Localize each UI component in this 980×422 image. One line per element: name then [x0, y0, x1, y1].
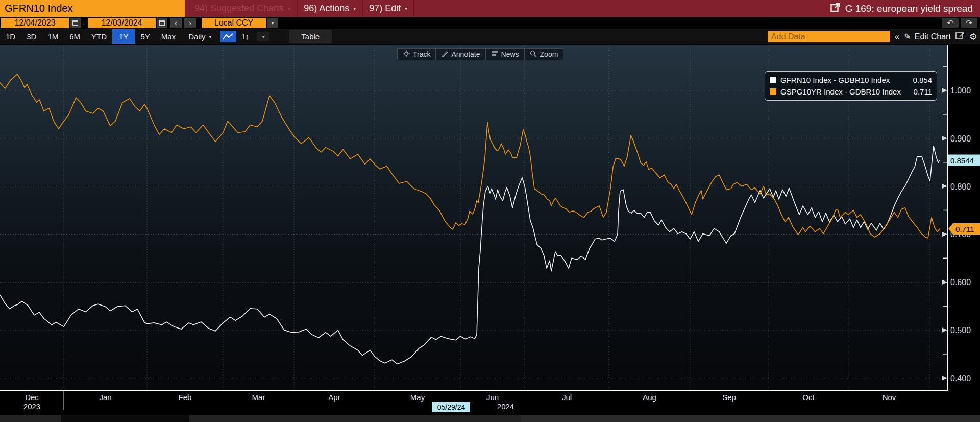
x-axis-month-label: Oct: [802, 393, 815, 402]
collapse-icon[interactable]: «: [895, 32, 899, 42]
x-axis-year-label: 2023: [23, 402, 40, 411]
period-label: Daily: [188, 29, 205, 44]
page-title: G 169: european yield spread: [845, 3, 973, 14]
bottom-strip-light-segment: [521, 415, 980, 422]
range-tab-3d[interactable]: 3D: [21, 29, 42, 44]
period-select[interactable]: Daily ▾: [188, 29, 211, 44]
legend-label: GFRN10 Index - GDBR10 Index: [780, 76, 890, 84]
legend-label: GSPG10YR Index - GDBR10 Index: [780, 87, 901, 96]
right-controls: « ✎ Edit Chart ⚙: [768, 31, 980, 42]
end-date-input[interactable]: 12/03/2024: [88, 18, 156, 28]
range-tab-5y[interactable]: 5Y: [135, 29, 155, 44]
zoom-icon: [530, 50, 537, 59]
range-tab-6m[interactable]: 6M: [64, 29, 86, 44]
y-axis-label: 0.500: [950, 326, 971, 335]
chart-tool-label: Track: [413, 50, 430, 58]
y-axis-label: 0.400: [950, 374, 971, 383]
legend-row: GFRN10 Index - GDBR10 Index0.854: [770, 74, 932, 86]
news-icon: [491, 50, 498, 58]
bottom-strip-dark-segment: [61, 415, 189, 422]
line-chart-type-button[interactable]: [220, 31, 236, 42]
bloomberg-terminal: GFRN10 Index 94) Suggested Charts▾96) Ac…: [0, 0, 980, 422]
redo-icon[interactable]: ↷: [961, 18, 977, 28]
chart-tool-label: Zoom: [540, 50, 558, 58]
start-date-calendar-icon[interactable]: [70, 18, 81, 28]
bottom-strip: [0, 415, 980, 422]
security-input[interactable]: GFRN10 Index: [0, 0, 185, 17]
x-axis-month-label: Sep: [722, 393, 736, 402]
table-button[interactable]: Table: [289, 30, 332, 43]
history-buttons: ↶ ↷: [942, 18, 977, 28]
title-bar: GFRN10 Index 94) Suggested Charts▾96) Ac…: [0, 0, 980, 17]
x-axis-month-label: May: [410, 393, 425, 402]
x-axis-month-label: Aug: [643, 393, 656, 402]
menu-item-label: 96) Actions: [304, 0, 349, 17]
chart-tool-label: Annotate: [451, 50, 480, 58]
panel-toggle-button[interactable]: 1↕: [241, 32, 250, 41]
chart-controls-bar: 1D3D1M6MYTD1Y5YMax Daily ▾ 1↕ ▾ Table « …: [0, 29, 980, 44]
legend-value: 0.711: [914, 87, 932, 96]
chart-float-toolbar: TrackAnnotateNewsZoom: [397, 48, 564, 60]
y-axis-label: 1.000: [950, 86, 971, 95]
x-axis-month-label: Apr: [328, 393, 340, 402]
pencil-icon: ✎: [904, 32, 911, 41]
menu-bar: 94) Suggested Charts▾96) Actions▾97) Edi…: [188, 0, 414, 17]
chevron-down-icon: ▾: [353, 0, 356, 17]
chevron-down-icon: ▾: [405, 0, 407, 17]
currency-select[interactable]: Local CCY: [202, 18, 266, 28]
period-caret-icon: ▾: [209, 29, 211, 44]
x-axis-month-label: Feb: [179, 393, 192, 402]
legend-value: 0.854: [913, 76, 932, 84]
range-tab-1m[interactable]: 1M: [42, 29, 64, 44]
chart-title-area[interactable]: G 169: european yield spread: [830, 0, 980, 17]
range-tab-1d[interactable]: 1D: [0, 29, 21, 44]
chart-settings-icon[interactable]: [955, 32, 965, 41]
x-axis-month-label: Nov: [883, 393, 896, 402]
x-axis-month-label: Jul: [562, 393, 572, 402]
range-tab-ytd[interactable]: YTD: [86, 29, 112, 44]
line-chart-icon: [223, 33, 234, 41]
menu-item-edit[interactable]: 97) Edit▾: [362, 0, 414, 17]
chart-tool-track[interactable]: Track: [398, 49, 436, 60]
legend-row: GSPG10YR Index - GDBR10 Index0.711: [770, 86, 932, 98]
prev-period-button[interactable]: ‹: [170, 18, 182, 28]
edit-chart-button[interactable]: ✎ Edit Chart: [904, 32, 951, 41]
next-period-button[interactable]: ›: [184, 18, 196, 28]
end-date-calendar-icon[interactable]: [157, 18, 167, 28]
annotate-icon: [441, 50, 448, 59]
gear-icon[interactable]: ⚙: [969, 31, 977, 42]
x-axis-month-label: Dec: [25, 393, 39, 402]
date-separator: -: [81, 19, 88, 28]
y-axis-label: 0.800: [950, 182, 971, 191]
start-date-input[interactable]: 12/04/2023: [1, 18, 69, 28]
range-tab-1y[interactable]: 1Y: [112, 29, 135, 44]
add-data-input[interactable]: [768, 31, 890, 42]
chart-tool-zoom[interactable]: Zoom: [525, 49, 564, 60]
chart-tool-label: News: [501, 50, 519, 58]
chart-tool-annotate[interactable]: Annotate: [436, 49, 485, 60]
export-icon[interactable]: [830, 3, 840, 15]
menu-item-actions[interactable]: 96) Actions▾: [297, 0, 362, 17]
range-tabs: 1D3D1M6MYTD1Y5YMax: [0, 29, 181, 44]
last-value-tag-label: 0.711: [955, 225, 974, 233]
legend[interactable]: GFRN10 Index - GDBR10 Index0.854GSPG10YR…: [765, 71, 937, 101]
legend-swatch: [770, 77, 776, 83]
menu-item-suggested-charts[interactable]: 94) Suggested Charts▾: [188, 0, 297, 17]
spread-chart[interactable]: 1.0000.9000.8000.7000.6000.5000.4000.854…: [0, 45, 980, 422]
legend-swatch: [770, 88, 776, 95]
date-range-bar: 12/04/2023 - 12/03/2024 ‹ › Local CCY ▾ …: [0, 17, 980, 29]
range-tab-max[interactable]: Max: [156, 29, 181, 44]
y-axis-label: 0.600: [950, 278, 971, 287]
x-axis-year-label: 2024: [497, 402, 514, 411]
edit-chart-label: Edit Chart: [915, 32, 951, 41]
y-axis-label: 0.900: [950, 134, 971, 143]
undo-icon[interactable]: ↶: [942, 18, 959, 28]
chart-type-caret-icon[interactable]: ▾: [257, 32, 270, 41]
x-axis-month-label: Jun: [486, 393, 499, 402]
chevron-down-icon: ▾: [288, 0, 290, 17]
track-icon: [403, 50, 410, 59]
currency-caret-icon[interactable]: ▾: [267, 18, 278, 28]
menu-item-label: 97) Edit: [369, 0, 401, 17]
chart-tool-news[interactable]: News: [486, 49, 525, 60]
x-axis-month-label: Jan: [99, 393, 111, 402]
